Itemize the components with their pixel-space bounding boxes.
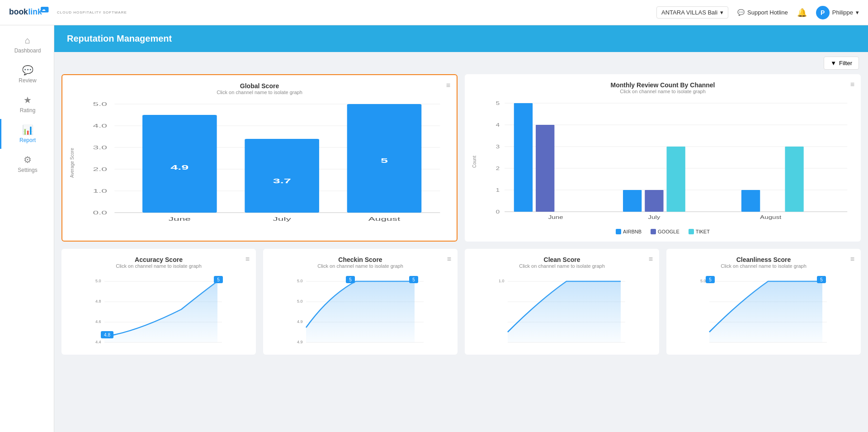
bar-june-google xyxy=(536,125,554,212)
svg-text:4: 4 xyxy=(496,122,500,128)
svg-text:2.0: 2.0 xyxy=(93,166,107,172)
checkin-menu-icon[interactable]: ≡ xyxy=(447,255,451,263)
global-score-card: Global Score Click on channel name to is… xyxy=(61,74,458,242)
toolbar: ▼ Filter xyxy=(54,52,868,74)
filter-button[interactable]: ▼ Filter xyxy=(824,57,859,70)
svg-text:5.0: 5.0 xyxy=(297,299,303,304)
svg-text:5: 5 xyxy=(496,100,500,106)
accuracy-fill xyxy=(104,281,217,342)
sidebar-item-review[interactable]: 💬 Review xyxy=(0,59,54,89)
bar-august-airbnb xyxy=(741,190,760,212)
svg-text:3.0: 3.0 xyxy=(93,145,107,150)
svg-text:book: book xyxy=(9,7,28,16)
monthly-review-y-label: Count xyxy=(472,99,477,225)
clean-fill xyxy=(508,281,621,342)
accuracy-score-title: Accuracy Score xyxy=(69,256,249,263)
clean-score-chart: 1.0 xyxy=(472,273,652,347)
page-header: Reputation Management xyxy=(54,25,868,52)
sidebar-item-rating[interactable]: ★ Rating xyxy=(0,89,54,119)
sidebar-label-rating: Rating xyxy=(20,107,36,114)
whatsapp-icon: 💬 xyxy=(737,9,745,16)
global-score-menu-icon[interactable]: ≡ xyxy=(446,81,450,90)
monthly-review-title: Monthly Review Count By Channel xyxy=(472,81,854,89)
svg-text:5.0: 5.0 xyxy=(93,101,107,107)
legend-tiket-dot xyxy=(689,229,694,234)
svg-text:5: 5 xyxy=(820,277,823,282)
svg-text:July: July xyxy=(648,214,660,220)
user-menu[interactable]: P Philippe ▾ xyxy=(816,6,859,19)
chevron-down-icon: ▾ xyxy=(720,9,723,16)
charts-area: Global Score Click on channel name to is… xyxy=(54,74,868,364)
chevron-down-icon: ▾ xyxy=(856,9,859,16)
support-hotline[interactable]: 💬 Support Hotline xyxy=(737,9,788,16)
sidebar-item-report[interactable]: 📊 Report xyxy=(0,119,54,149)
cleanliness-score-svg: 5.0 5 xyxy=(674,273,854,346)
legend-google: GOOGLE xyxy=(651,229,679,234)
legend-google-label: GOOGLE xyxy=(658,229,679,234)
svg-text:June: June xyxy=(548,214,563,220)
sidebar-item-dashboard[interactable]: ⌂ Dashboard xyxy=(0,30,54,59)
accuracy-score-svg: 5.0 4.8 4.6 4.4 xyxy=(69,273,249,346)
sidebar-item-settings[interactable]: ⚙ Settings xyxy=(0,149,54,179)
cleanliness-score-chart: 5.0 5 xyxy=(674,273,854,347)
user-name: Philippe xyxy=(832,9,853,16)
bar-august-tiket xyxy=(785,147,803,212)
svg-text:4.4: 4.4 xyxy=(95,340,101,344)
svg-text:August: August xyxy=(368,216,400,222)
monthly-review-menu-icon[interactable]: ≡ xyxy=(850,81,854,89)
monthly-review-svg: 5 4 3 2 1 0 June xyxy=(480,99,854,225)
svg-text:4.0: 4.0 xyxy=(93,123,107,128)
legend-google-dot xyxy=(651,229,656,234)
cleanliness-menu-icon[interactable]: ≡ xyxy=(850,255,854,263)
svg-text:4.8: 4.8 xyxy=(104,332,110,337)
svg-text:2: 2 xyxy=(496,166,500,171)
svg-text:July: July xyxy=(273,216,291,222)
accuracy-menu-icon[interactable]: ≡ xyxy=(245,255,250,263)
page-title: Reputation Management xyxy=(67,33,172,43)
sidebar-label-review: Review xyxy=(19,77,36,84)
bar-july-tiket xyxy=(667,147,685,212)
star-icon: ★ xyxy=(24,95,32,105)
logo-subtitle: CLOUD HOSPITALITY SOFTWARE xyxy=(57,10,127,14)
svg-text:4.9: 4.9 xyxy=(297,340,303,344)
svg-text:4.6: 4.6 xyxy=(95,319,101,324)
svg-text:1.0: 1.0 xyxy=(499,279,505,283)
monthly-review-subtitle: Click on channel name to isolate graph xyxy=(472,89,854,94)
logo: book link ☁ CLOUD HOSPITALITY SOFTWARE xyxy=(9,4,127,22)
global-score-bar-inner: 5.0 4.0 3.0 2.0 1.0 0.0 4.9 June xyxy=(77,100,449,226)
svg-text:5.0: 5.0 xyxy=(297,279,303,283)
bar-july xyxy=(245,139,319,213)
global-score-y-label: Average Score xyxy=(70,100,75,226)
sidebar: ⌂ Dashboard 💬 Review ★ Rating 📊 Report ⚙… xyxy=(0,25,54,432)
svg-text:June: June xyxy=(169,216,191,222)
header: book link ☁ CLOUD HOSPITALITY SOFTWARE A… xyxy=(0,0,868,25)
svg-text:5: 5 xyxy=(412,277,415,282)
sidebar-label-settings: Settings xyxy=(18,167,37,173)
clean-score-subtitle: Click on channel name to isolate graph xyxy=(472,263,652,269)
filter-label: Filter xyxy=(839,60,852,66)
global-score-svg: 5.0 4.0 3.0 2.0 1.0 0.0 4.9 June xyxy=(77,100,449,226)
svg-text:3.7: 3.7 xyxy=(273,178,291,185)
cleanliness-score-subtitle: Click on channel name to isolate graph xyxy=(674,263,854,269)
checkin-score-chart: 5.0 5.0 4.9 4.9 xyxy=(270,273,450,347)
svg-text:August: August xyxy=(760,214,782,220)
svg-text:5: 5 xyxy=(381,157,388,164)
main-content: Reputation Management ▼ Filter Global Sc… xyxy=(54,25,868,432)
svg-text:4.9: 4.9 xyxy=(170,164,189,171)
svg-text:1: 1 xyxy=(496,187,500,193)
checkin-score-card: Checkin Score Click on channel name to i… xyxy=(263,249,458,355)
accuracy-score-subtitle: Click on channel name to isolate graph xyxy=(69,263,249,269)
svg-text:☁: ☁ xyxy=(42,7,46,12)
hotel-selector[interactable]: ANTARA VILLAS Bali ▾ xyxy=(656,6,728,19)
svg-text:5: 5 xyxy=(349,277,352,282)
global-score-title: Global Score xyxy=(70,82,449,90)
svg-text:5: 5 xyxy=(709,277,712,282)
monthly-review-legend: AIRBNB GOOGLE TIKET xyxy=(472,229,854,234)
svg-text:5: 5 xyxy=(217,277,220,282)
cleanliness-fill xyxy=(709,281,822,342)
svg-text:1.0: 1.0 xyxy=(93,188,107,194)
clean-menu-icon[interactable]: ≡ xyxy=(649,255,653,263)
checkin-score-subtitle: Click on channel name to isolate graph xyxy=(270,263,450,269)
bar-july-google xyxy=(645,190,663,212)
notification-bell-icon[interactable]: 🔔 xyxy=(797,8,807,18)
